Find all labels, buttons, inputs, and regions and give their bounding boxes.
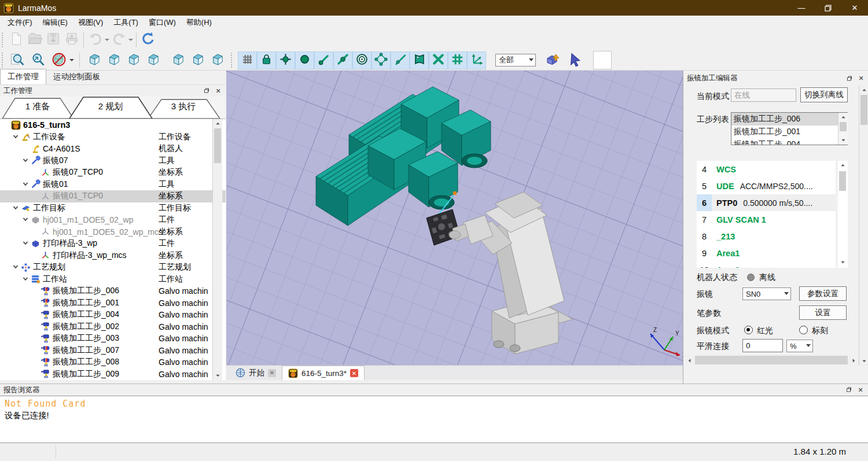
galvo-panel-float-icon[interactable]	[845, 75, 854, 83]
viewport-tab-close-icon[interactable]: ✕	[350, 369, 358, 377]
chevron-down-icon[interactable]	[12, 263, 20, 271]
tree-row[interactable]: 工作站工作站	[0, 274, 226, 286]
steplist-scroll-up-icon[interactable]	[838, 113, 848, 121]
radio-red-light[interactable]	[744, 326, 753, 334]
menu-item-help[interactable]: 帮助(H)	[181, 16, 217, 29]
tree-row[interactable]: 工艺规划工艺规划	[0, 261, 226, 274]
minimize-button[interactable]: —	[788, 0, 815, 16]
program-scroll-down-icon[interactable]	[838, 258, 847, 267]
steplist-scroll-down-icon[interactable]	[838, 136, 848, 145]
dock-tab-work-manager[interactable]: 工作管理	[0, 69, 46, 84]
tree-row[interactable]: 工作设备工作设备	[0, 131, 226, 143]
tree-row[interactable]: 振镜加工工步_009Galvo machin	[0, 368, 226, 381]
view-left-button[interactable]	[208, 51, 227, 69]
tree-row[interactable]: 打印样品-3_wp_mcs坐标系	[0, 250, 226, 262]
tab-execute-label[interactable]: 3 执行	[147, 101, 220, 112]
viewport-tab-project[interactable]: 616-5_turn3*✕	[282, 366, 365, 380]
galvo-panel-close-icon[interactable]: ✕	[857, 75, 865, 83]
panel-close-icon[interactable]: ✕	[214, 87, 222, 95]
tree-row[interactable]: 振镜加工工步_002Galvo machin	[0, 321, 226, 333]
step-list-item[interactable]: 振镜加工工步_004	[731, 138, 847, 145]
tree-scroll-up-icon[interactable]	[213, 119, 222, 128]
tree-row[interactable]: 振镜07_TCP0坐标系	[0, 167, 226, 179]
view-right-button[interactable]	[144, 51, 163, 69]
snap-grid-button[interactable]	[238, 51, 257, 69]
tree-row[interactable]: 振镜加工工步_007Galvo machin	[0, 345, 226, 357]
galvo-vscrollbar[interactable]	[859, 86, 868, 366]
program-row[interactable]: 9Area1	[697, 245, 836, 261]
view-back-button[interactable]	[169, 51, 187, 69]
galvo-hscrollbar[interactable]	[685, 355, 858, 365]
snap-filter-select[interactable]: 全部	[495, 54, 536, 67]
tree-scroll-thumb[interactable]	[214, 128, 221, 163]
tree-row[interactable]: 616-5_turn3	[0, 119, 226, 131]
snap-axis-button[interactable]	[467, 51, 486, 69]
chevron-down-icon[interactable]	[22, 239, 30, 248]
dock-tab-motion-panel[interactable]: 运动控制面板	[46, 69, 107, 84]
menu-item-file[interactable]: 文件(F)	[2, 16, 38, 29]
chevron-down-icon[interactable]	[22, 216, 30, 224]
program-row[interactable]: 7GLV SCAN 1	[697, 211, 836, 228]
chevron-down-icon[interactable]	[22, 180, 30, 189]
refresh-button[interactable]	[139, 31, 157, 49]
tree-row[interactable]: 振镜加工工步_006Galvo machin	[0, 285, 226, 297]
zoom-fit-page-button[interactable]	[8, 51, 27, 69]
pen-settings-button[interactable]: 设置	[799, 305, 847, 320]
snap-lattice-button[interactable]	[448, 51, 467, 69]
report-browser-body[interactable]: Not Found Card 设备已连接!	[0, 396, 868, 443]
chevron-down-icon[interactable]	[12, 133, 20, 141]
program-row[interactable]: 6PTP00.500000 m/s,50....	[697, 194, 836, 211]
param-settings-button[interactable]: 参数设置	[799, 286, 847, 301]
radio-red-light-label[interactable]: 红光	[757, 326, 773, 336]
view-front-button[interactable]	[105, 51, 123, 69]
step-list-item[interactable]: 振镜加工工步_006	[731, 113, 847, 126]
snap-quadrant-button[interactable]	[372, 51, 391, 69]
tab-plan-label[interactable]: 2 规划	[74, 101, 147, 112]
select-cursor-button[interactable]	[565, 50, 586, 70]
menu-item-tools[interactable]: 工具(T)	[108, 16, 144, 29]
program-scrollbar[interactable]	[838, 161, 848, 268]
tree-row[interactable]: 振镜01_TCP0坐标系	[0, 190, 226, 202]
galvo-gear-button[interactable]	[593, 51, 612, 69]
viewport-3d[interactable]: X Y Z	[226, 71, 683, 365]
program-row[interactable]: 8_213	[697, 228, 836, 245]
galvo-scroll-up-icon[interactable]	[859, 86, 868, 94]
snap-tangent-button[interactable]	[391, 51, 410, 69]
program-row[interactable]: 4WCS	[697, 161, 836, 178]
tree-row[interactable]: 振镜加工工步_008Galvo machin	[0, 356, 226, 368]
step-list-item[interactable]: 振镜加工工步_001	[731, 126, 847, 138]
undo-dropdown-caret-icon[interactable]	[105, 31, 110, 49]
snap-face-button[interactable]	[410, 51, 429, 69]
galvo-select[interactable]: SN0	[742, 287, 791, 300]
zoom-window-button[interactable]	[28, 51, 48, 69]
hscroll-left-icon[interactable]	[685, 356, 694, 365]
tree-row[interactable]: hj001_m1_DOE5_02_wp工件	[0, 214, 226, 226]
display-off-button[interactable]	[49, 51, 69, 69]
tree-row[interactable]: 振镜加工工步_003Galvo machin	[0, 333, 226, 345]
steplist-scroll-thumb[interactable]	[840, 122, 847, 131]
snap-intersection-button[interactable]	[429, 51, 448, 69]
tree-row[interactable]: 打印样品-3_wp工件	[0, 238, 226, 250]
snap-center-button[interactable]	[276, 51, 295, 69]
menu-item-view[interactable]: 视图(V)	[73, 16, 108, 29]
radio-marking[interactable]	[799, 326, 808, 334]
tree-row[interactable]: 振镜加工工步_001Galvo machin	[0, 297, 226, 309]
galvo-scroll-thumb[interactable]	[860, 95, 867, 125]
hscroll-right-icon[interactable]	[849, 356, 858, 365]
select-solid-button[interactable]	[543, 50, 564, 70]
chevron-down-icon[interactable]	[12, 204, 20, 212]
smooth-unit-select[interactable]: %	[786, 340, 813, 352]
galvo-scroll-down-icon[interactable]	[859, 357, 868, 366]
chevron-down-icon[interactable]	[22, 157, 30, 165]
restore-button[interactable]	[815, 0, 841, 16]
tree-row[interactable]: 振镜01工具	[0, 179, 226, 191]
snap-node-button[interactable]	[295, 51, 314, 69]
tree-row[interactable]: 工作目标工作目标	[0, 202, 226, 215]
snap-endpoint-button[interactable]	[314, 51, 333, 69]
report-float-icon[interactable]	[845, 386, 853, 394]
display-off-dropdown-caret-icon[interactable]	[69, 51, 75, 69]
radio-marking-label[interactable]: 标刻	[812, 326, 828, 336]
menu-item-edit[interactable]: 编辑(E)	[38, 16, 73, 29]
panel-float-icon[interactable]	[203, 87, 211, 95]
report-close-icon[interactable]: ✕	[856, 386, 865, 394]
